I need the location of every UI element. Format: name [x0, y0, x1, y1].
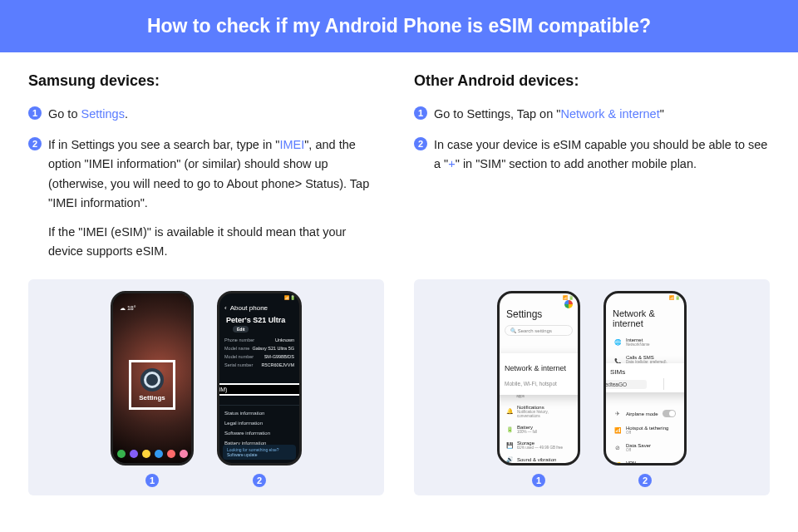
step-badge: 1	[414, 106, 427, 120]
dock-app-icon	[155, 450, 163, 458]
status-bar: 📶 🔋	[219, 293, 299, 302]
settings-row: 🔊Sound & vibration	[500, 453, 578, 466]
step-badge: 2	[28, 137, 42, 150]
dock-app-icon	[130, 450, 138, 458]
step-text: Go to Settings, Tap on "	[434, 107, 560, 121]
step-text: Go to	[48, 107, 81, 121]
step-text: If in Settings you see a search bar, typ…	[48, 138, 279, 151]
network-row: 🔑VPNNone	[606, 456, 684, 466]
popup-subtitle: Mobile, Wi-Fi, hotspot	[505, 381, 557, 387]
settings-row: 🔔NotificationsNotification history, conv…	[500, 401, 578, 421]
status-bar: 📶 🔋	[606, 293, 684, 302]
device-name: Peter's S21 Ultra Edit	[219, 314, 299, 334]
back-icon: ‹	[224, 304, 227, 312]
footer-link: Software update	[227, 452, 292, 457]
samsung-screenshots: 📶 🔋 ☁ 18° Settings 1 📶 🔋 ‹ About phone	[28, 279, 384, 495]
about-phone-title: About phone	[230, 304, 268, 312]
info-row: Phone numberUnknown	[224, 336, 294, 344]
shot-number-badge: 1	[532, 474, 545, 487]
info-row: Serial numberR5CR60EJVVM	[224, 361, 294, 369]
search-settings-input: 🔍 Search settings	[505, 325, 573, 336]
suggestion-footer: Looking for something else? Software upd…	[223, 445, 296, 460]
screenshots-row: 📶 🔋 ☁ 18° Settings 1 📶 🔋 ‹ About phone	[0, 273, 798, 495]
network-row: ✈Airplane mode	[606, 406, 684, 421]
phone-mock: 📶 🔋 ‹ About phone Peter's S21 Ultra Edit…	[217, 291, 302, 466]
samsung-heading: Samsung devices:	[28, 72, 384, 90]
dock-app-icon	[142, 450, 150, 458]
sim-name: RedteaGO	[603, 380, 647, 389]
samsung-shot-1: 📶 🔋 ☁ 18° Settings 1	[111, 291, 194, 487]
settings-link[interactable]: Settings	[81, 107, 125, 121]
app-dock	[113, 450, 191, 458]
network-internet-link[interactable]: Network & internet	[560, 107, 659, 121]
network-row: 🌐InternetNetworkName	[606, 333, 684, 351]
shot-number-badge: 1	[145, 474, 159, 487]
add-sim-plus-icon: +	[681, 379, 687, 389]
settings-row: 💾Storage61% used — 49.99 GB free	[500, 437, 578, 453]
step-badge: 1	[28, 106, 42, 120]
shot-number-badge: 2	[638, 474, 652, 487]
phone-mock: 📶 🔋 ☁ 18° Settings	[111, 291, 194, 466]
dock-app-icon	[167, 450, 175, 458]
edit-button: Edit	[233, 326, 249, 332]
about-section-row: Legal information	[224, 418, 294, 428]
sim-icon: ▤	[603, 367, 605, 376]
sims-title: SIMs	[610, 368, 625, 376]
gear-icon	[140, 368, 164, 392]
imei-esim-label: IMEI (eSIM)	[217, 387, 227, 392]
plus-link[interactable]: +	[448, 157, 455, 170]
dock-app-icon	[117, 450, 126, 458]
content-columns: Samsung devices: 1 Go to Settings. 2 If …	[0, 52, 798, 273]
network-row: 📶Hotspot & tetheringOff	[606, 421, 684, 439]
weather-widget: ☁ 18°	[120, 305, 136, 312]
imei-esim-callout: IMEI (eSIM) 355	[217, 383, 302, 396]
about-phone-header: ‹ About phone	[219, 302, 299, 314]
other-steps: 1 Go to Settings, Tap on "Network & inte…	[414, 105, 770, 175]
settings-row: 🔋Battery100% — full	[500, 421, 578, 437]
list-item: 1 Go to Settings.	[28, 105, 384, 124]
settings-label: Settings	[139, 394, 165, 401]
settings-icon-highlight: Settings	[129, 360, 175, 410]
search-placeholder: Search settings	[518, 328, 552, 333]
samsung-column: Samsung devices: 1 Go to Settings. 2 If …	[28, 72, 384, 273]
sims-popup: ▤ SIMs RedteaGO +	[603, 363, 687, 392]
info-row: Model numberSM-G998B/DS	[224, 352, 294, 361]
about-sections: Status informationLegal informationSoftw…	[219, 401, 299, 450]
dock-app-icon	[180, 450, 188, 458]
shot-number-badge: 2	[253, 474, 266, 487]
net-items-bottom: ✈Airplane mode📶Hotspot & tetheringOff⊘Da…	[606, 406, 684, 466]
popup-title: Network & internet	[505, 364, 566, 372]
list-item: 1 Go to Settings, Tap on "Network & inte…	[414, 105, 770, 124]
other-shot-2: 📶 🔋 Network & internet 🌐InternetNetworkN…	[603, 291, 687, 487]
step-text: " in "SIM" section to add another mobile…	[456, 157, 697, 170]
airplane-toggle	[663, 410, 676, 417]
info-row: Model nameGalaxy S21 Ultra 5G	[224, 344, 294, 352]
step-text: "	[660, 107, 664, 121]
divider	[663, 378, 664, 390]
list-item: 2 If in Settings you see a search bar, t…	[28, 135, 384, 261]
page-title: How to check if my Android Phone is eSIM…	[147, 15, 651, 37]
phone-mock: 📶 🔋 Settings 🔍 Search settings 🖥Connecte…	[497, 291, 580, 466]
other-column: Other Android devices: 1 Go to Settings,…	[414, 72, 770, 273]
network-internet-popup: 📶 Network & internet Mobile, Wi-Fi, hots…	[497, 353, 580, 395]
page-header: How to check if my Android Phone is eSIM…	[0, 0, 798, 52]
samsung-shot-2: 📶 🔋 ‹ About phone Peter's S21 Ultra Edit…	[217, 291, 302, 487]
step-extra: If the "IMEI (eSIM)" is available it sho…	[48, 223, 384, 261]
samsung-steps: 1 Go to Settings. 2 If in Settings you s…	[28, 105, 384, 261]
about-section-row: Status information	[224, 408, 294, 418]
step-badge: 2	[414, 137, 427, 150]
other-screenshots: 📶 🔋 Settings 🔍 Search settings 🖥Connecte…	[414, 279, 770, 495]
network-row: ⊘Data SaverOff	[606, 439, 684, 456]
imei-link[interactable]: IMEI	[279, 138, 304, 151]
device-info-rows: Phone numberUnknownModel nameGalaxy S21 …	[219, 334, 299, 371]
phone-mock: 📶 🔋 Network & internet 🌐InternetNetworkN…	[603, 291, 687, 466]
about-section-row: Software information	[224, 428, 294, 438]
step-text: .	[125, 107, 128, 121]
device-name-text: Peter's S21 Ultra	[226, 316, 285, 324]
other-shot-1: 📶 🔋 Settings 🔍 Search settings 🖥Connecte…	[497, 291, 580, 487]
list-item: 2 In case your device is eSIM capable yo…	[414, 135, 770, 174]
network-internet-title: Network & internet	[606, 302, 684, 333]
other-heading: Other Android devices:	[414, 72, 770, 90]
